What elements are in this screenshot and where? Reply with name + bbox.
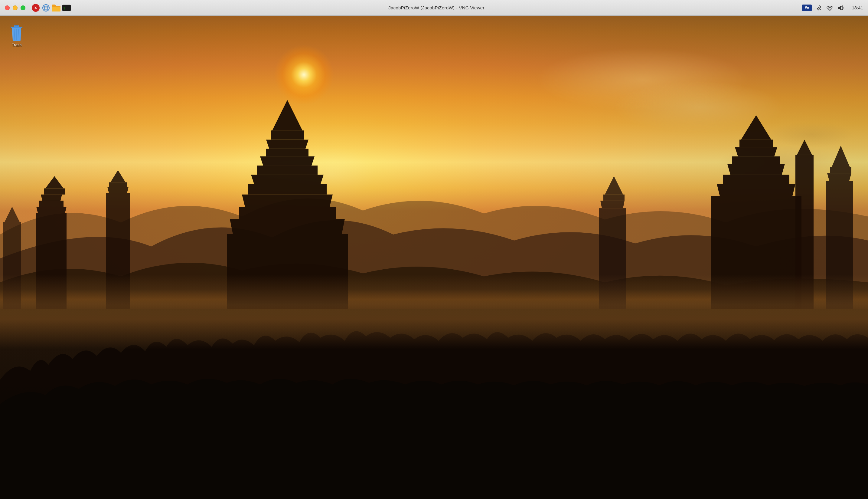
svg-marker-30: [717, 184, 795, 196]
svg-marker-0: [272, 100, 302, 131]
maximize-button[interactable]: [21, 5, 25, 10]
rpi-logo: [32, 4, 40, 12]
browser-icon[interactable]: [42, 4, 50, 12]
svg-text:$_: $_: [63, 6, 67, 10]
terminal-icon[interactable]: $_: [62, 4, 71, 12]
svg-rect-35: [603, 195, 624, 200]
svg-marker-38: [832, 146, 850, 167]
trash-icon[interactable]: Trash: [3, 23, 30, 50]
svg-marker-40: [827, 173, 851, 181]
close-button[interactable]: [5, 5, 10, 10]
svg-marker-20: [110, 170, 125, 182]
taskbar-apps: $_: [32, 4, 71, 12]
svg-marker-32: [797, 140, 812, 155]
svg-marker-2: [266, 140, 309, 149]
svg-marker-34: [605, 177, 623, 195]
titlebar: $_ JacobPiZeroW (JacobPiZeroW) - VNC Vie…: [0, 0, 868, 16]
svg-point-45: [36, 7, 37, 7]
bluetooth-icon[interactable]: [815, 4, 823, 12]
svg-marker-8: [242, 195, 333, 207]
svg-marker-22: [107, 187, 128, 193]
svg-rect-39: [830, 167, 851, 173]
svg-marker-36: [600, 200, 624, 208]
desktop-icons: Trash: [0, 20, 33, 53]
haze: [0, 275, 868, 349]
svg-rect-21: [109, 182, 127, 187]
svg-rect-15: [39, 200, 63, 207]
svg-rect-27: [732, 156, 780, 164]
svg-point-44: [35, 7, 35, 7]
svg-rect-5: [257, 166, 318, 174]
file-manager-icon[interactable]: [52, 4, 61, 12]
svg-marker-4: [260, 156, 314, 166]
trash-bin-graphic: [10, 25, 24, 41]
trash-label: Trash: [12, 42, 22, 47]
traffic-lights: [0, 5, 25, 10]
svg-point-43: [35, 7, 36, 8]
svg-point-53: [830, 10, 831, 11]
svg-marker-28: [727, 164, 785, 174]
system-tray: Ve 18:41: [802, 4, 868, 12]
svg-marker-10: [230, 219, 345, 234]
svg-marker-12: [45, 177, 63, 188]
svg-rect-3: [266, 149, 309, 156]
desktop: [0, 0, 868, 499]
svg-rect-56: [15, 25, 18, 26]
svg-marker-16: [36, 207, 66, 213]
svg-rect-13: [44, 188, 65, 195]
volume-icon[interactable]: [837, 4, 844, 12]
svg-marker-18: [4, 207, 20, 222]
svg-rect-29: [723, 175, 789, 184]
svg-rect-7: [248, 184, 327, 195]
raspberry-pi-icon[interactable]: [32, 4, 40, 12]
wifi-icon[interactable]: [826, 4, 833, 12]
clock: 18:41: [848, 5, 863, 10]
svg-marker-24: [741, 115, 771, 140]
svg-marker-26: [735, 147, 777, 156]
minimize-button[interactable]: [13, 5, 17, 10]
svg-rect-9: [239, 207, 336, 219]
svg-rect-1: [271, 131, 304, 140]
svg-marker-14: [41, 195, 62, 200]
vnc-label: Ve: [805, 6, 809, 10]
window-title: JacobPiZeroW (JacobPiZeroW) - VNC Viewer: [71, 5, 802, 10]
vnc-icon[interactable]: Ve: [802, 4, 812, 11]
svg-rect-25: [740, 140, 773, 147]
svg-marker-6: [251, 175, 324, 184]
